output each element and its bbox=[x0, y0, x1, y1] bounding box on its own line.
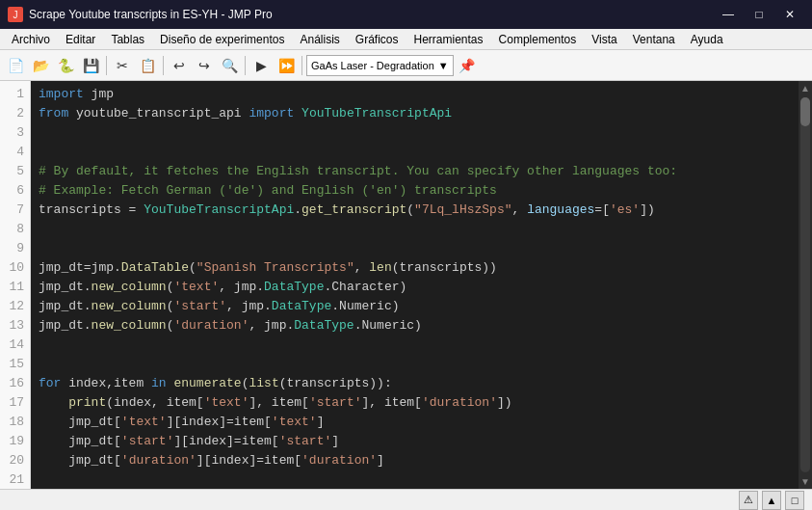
save-button[interactable]: 💾 bbox=[79, 54, 102, 77]
close-button[interactable]: ✕ bbox=[775, 0, 804, 29]
dropdown-label: GaAs Laser - Degradation bbox=[311, 60, 434, 71]
code-line-14 bbox=[39, 336, 791, 355]
line-num-7: 7 bbox=[0, 201, 30, 220]
menu-archivo[interactable]: Archivo bbox=[4, 29, 58, 50]
code-line-12: jmp_dt.new_column('start', jmp.DataType.… bbox=[39, 297, 791, 316]
code-line-8 bbox=[39, 220, 791, 239]
scroll-top-button[interactable]: ▲ bbox=[762, 491, 781, 510]
code-line-11: jmp_dt.new_column('text', jmp.DataType.C… bbox=[39, 278, 791, 297]
sep2 bbox=[163, 56, 164, 75]
menu-vista[interactable]: Vista bbox=[584, 29, 624, 50]
code-line-6: # Example: Fetch German ('de') and Engli… bbox=[39, 181, 791, 201]
line-num-16: 16 bbox=[0, 374, 30, 393]
menubar: Archivo Editar Tablas Diseño de experime… bbox=[0, 29, 812, 50]
menu-ayuda[interactable]: Ayuda bbox=[683, 29, 731, 50]
titlebar-title: Scrape Youtube transcripts in ES-YH - JM… bbox=[29, 8, 273, 21]
scroll-down-arrow[interactable]: ▼ bbox=[800, 474, 810, 489]
menu-editar[interactable]: Editar bbox=[58, 29, 103, 50]
line-num-9: 9 bbox=[0, 239, 30, 258]
toolbar: 📄 📂 🐍 💾 ✂ 📋 ↩ ↪ 🔍 ▶ ⏩ GaAs Laser - Degra… bbox=[0, 50, 812, 81]
statusbar: ⚠ ▲ □ bbox=[0, 489, 812, 510]
sep4 bbox=[301, 56, 302, 75]
app-icon: J bbox=[8, 7, 23, 22]
expand-button[interactable]: □ bbox=[785, 491, 804, 510]
line-num-14: 14 bbox=[0, 336, 30, 355]
menu-diseno[interactable]: Diseño de experimentos bbox=[152, 29, 292, 50]
cut-button[interactable]: ✂ bbox=[111, 54, 134, 77]
code-line-4 bbox=[39, 143, 791, 162]
line-num-1: 1 bbox=[0, 85, 30, 104]
menu-complementos[interactable]: Complementos bbox=[491, 29, 585, 50]
python-button[interactable]: 🐍 bbox=[54, 54, 77, 77]
code-line-19: jmp_dt['start'][index]=item['start'] bbox=[39, 432, 791, 451]
step-button[interactable]: ⏩ bbox=[275, 54, 298, 77]
line-num-17: 17 bbox=[0, 393, 30, 413]
undo-button[interactable]: ↩ bbox=[168, 54, 191, 77]
code-line-13: jmp_dt.new_column('duration', jmp.DataTy… bbox=[39, 316, 791, 336]
dropdown-arrow: ▼ bbox=[438, 60, 449, 71]
line-num-4: 4 bbox=[0, 143, 30, 162]
menu-herramientas[interactable]: Herramientas bbox=[406, 29, 491, 50]
line-num-5: 5 bbox=[0, 162, 30, 181]
pin-button[interactable]: 📌 bbox=[456, 54, 479, 77]
line-num-20: 20 bbox=[0, 451, 30, 470]
sep1 bbox=[106, 56, 107, 75]
scroll-thumb[interactable] bbox=[800, 97, 810, 126]
code-line-18: jmp_dt['text'][index]=item['text'] bbox=[39, 413, 791, 432]
menu-graficos[interactable]: Gráficos bbox=[348, 29, 406, 50]
code-line-1: import jmp bbox=[39, 85, 791, 104]
code-line-20: jmp_dt['duration'][index]=item['duration… bbox=[39, 451, 791, 470]
code-line-17: print(index, item['text'], item['start']… bbox=[39, 393, 791, 413]
line-num-15: 15 bbox=[0, 355, 30, 374]
titlebar-left: J Scrape Youtube transcripts in ES-YH - … bbox=[8, 7, 273, 22]
line-num-19: 19 bbox=[0, 432, 30, 451]
line-num-18: 18 bbox=[0, 413, 30, 432]
minimize-button[interactable]: — bbox=[714, 0, 743, 29]
line-num-11: 11 bbox=[0, 278, 30, 297]
warning-button[interactable]: ⚠ bbox=[739, 491, 758, 510]
line-num-13: 13 bbox=[0, 316, 30, 336]
line-num-12: 12 bbox=[0, 297, 30, 316]
open-button[interactable]: 📂 bbox=[29, 54, 52, 77]
titlebar-controls[interactable]: — □ ✕ bbox=[714, 0, 804, 29]
scroll-track[interactable] bbox=[800, 97, 810, 472]
titlebar: J Scrape Youtube transcripts in ES-YH - … bbox=[0, 0, 812, 29]
sep3 bbox=[245, 56, 246, 75]
line-numbers: 1 2 3 4 5 6 7 8 9 10 11 12 13 14 15 16 1… bbox=[0, 81, 31, 489]
code-line-16: for index,item in enumerate(list(transcr… bbox=[39, 374, 791, 393]
code-line-7: transcripts = YouTubeTranscriptApi.get_t… bbox=[39, 201, 791, 220]
menu-ventana[interactable]: Ventana bbox=[625, 29, 683, 50]
vertical-scrollbar[interactable]: ▲ ▼ bbox=[799, 81, 812, 489]
line-num-10: 10 bbox=[0, 258, 30, 278]
menu-tablas[interactable]: Tablas bbox=[103, 29, 152, 50]
line-num-6: 6 bbox=[0, 181, 30, 201]
code-line-2: from youtube_transcript_api import YouTu… bbox=[39, 104, 791, 123]
code-line-10: jmp_dt=jmp.DataTable("Spanish Transcript… bbox=[39, 258, 791, 278]
menu-analisis[interactable]: Análisis bbox=[292, 29, 347, 50]
code-line-9 bbox=[39, 239, 791, 258]
line-num-3: 3 bbox=[0, 123, 30, 143]
code-editor[interactable]: import jmp from youtube_transcript_api i… bbox=[31, 81, 799, 489]
code-line-15 bbox=[39, 355, 791, 374]
line-num-21: 21 bbox=[0, 470, 30, 489]
line-num-8: 8 bbox=[0, 220, 30, 239]
redo-button[interactable]: ↪ bbox=[193, 54, 216, 77]
context-dropdown[interactable]: GaAs Laser - Degradation ▼ bbox=[306, 55, 454, 76]
line-num-2: 2 bbox=[0, 104, 30, 123]
main-content: 1 2 3 4 5 6 7 8 9 10 11 12 13 14 15 16 1… bbox=[0, 81, 812, 489]
code-line-21 bbox=[39, 470, 791, 489]
copy-button[interactable]: 📋 bbox=[136, 54, 159, 77]
scroll-up-arrow[interactable]: ▲ bbox=[800, 81, 810, 95]
code-line-5: # By default, it fetches the English tra… bbox=[39, 162, 791, 181]
maximize-button[interactable]: □ bbox=[745, 0, 773, 29]
search-button[interactable]: 🔍 bbox=[218, 54, 241, 77]
code-line-3 bbox=[39, 123, 791, 143]
new-button[interactable]: 📄 bbox=[4, 54, 27, 77]
run-button[interactable]: ▶ bbox=[249, 54, 273, 77]
